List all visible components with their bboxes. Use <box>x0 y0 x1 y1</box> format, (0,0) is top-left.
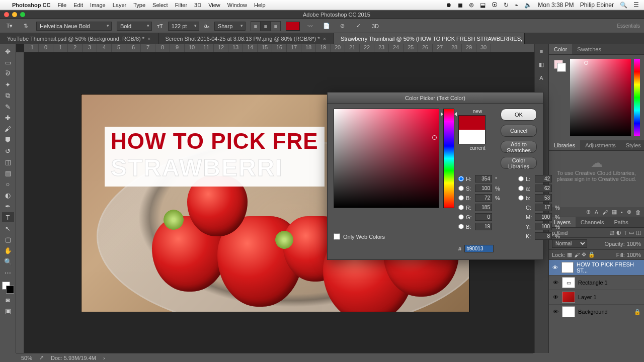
tab-paths[interactable]: Paths <box>609 217 633 227</box>
color-field[interactable] <box>570 59 631 136</box>
volume-icon[interactable]: 🔈 <box>524 2 532 9</box>
text-layer[interactable]: HOW TO PICK FRE STRAWBERRI <box>105 127 325 187</box>
k-input[interactable] <box>535 232 552 240</box>
layer-name[interactable]: Rectangle 1 <box>578 280 608 286</box>
add-swatches-button[interactable]: Add to Swatches <box>501 141 537 153</box>
lib-color-icon[interactable]: ▪ <box>621 209 623 215</box>
stop-icon[interactable]: ◼ <box>458 2 463 9</box>
bluetooth-icon[interactable]: ⌁ <box>515 2 518 9</box>
crop-tool-icon[interactable]: ⧉ <box>2 90 14 101</box>
wand-tool-icon[interactable]: ✦ <box>2 79 14 89</box>
antialias-dropdown[interactable]: Sharp <box>214 22 246 31</box>
tab-swatches[interactable]: Swatches <box>572 44 606 54</box>
tab-color[interactable]: Color <box>549 44 572 54</box>
cancel-edit-icon[interactable]: ⊘ <box>337 21 348 32</box>
eyedropper-tool-icon[interactable]: ✎ <box>2 102 14 112</box>
doc-size[interactable]: Doc: 5.93M/19.4M <box>51 355 96 361</box>
lib-text-icon[interactable]: A <box>595 209 598 215</box>
tool-preset-icon[interactable]: T▾ <box>4 21 15 32</box>
status-chevron-icon[interactable]: › <box>103 355 105 361</box>
warp-text-icon[interactable]: 〰 <box>305 21 316 32</box>
radio-bbl[interactable] <box>458 224 464 229</box>
stamp-tool-icon[interactable]: ⛊ <box>2 135 14 145</box>
close-tab-icon[interactable]: × <box>147 36 150 42</box>
radio-a[interactable] <box>518 186 524 191</box>
layer-row[interactable]: 👁 Layer 1 <box>549 290 644 305</box>
hue-slider[interactable] <box>443 109 454 208</box>
wifi-icon[interactable]: ⦿ <box>492 2 498 9</box>
tab-libraries[interactable]: Libraries <box>549 140 580 150</box>
menu-type[interactable]: Type <box>133 2 145 8</box>
radio-h[interactable] <box>458 176 464 182</box>
color-panel[interactable] <box>549 55 644 140</box>
text-color-swatch[interactable] <box>286 22 300 31</box>
character-panel-icon[interactable]: 📄 <box>321 21 332 32</box>
tab-adjustments[interactable]: Adjustments <box>580 140 621 150</box>
menu-3d[interactable]: 3D <box>194 2 201 8</box>
bv-input[interactable] <box>475 194 492 202</box>
3d-button[interactable]: 3D <box>369 21 381 32</box>
only-web-colors-checkbox[interactable] <box>334 233 340 240</box>
visibility-icon[interactable]: 👁 <box>552 294 559 300</box>
move-tool-icon[interactable]: ✥ <box>2 46 14 56</box>
radio-g[interactable] <box>458 214 464 220</box>
ok-button[interactable]: OK <box>501 109 537 121</box>
brush-tool-icon[interactable]: 🖌 <box>2 124 14 134</box>
tab-styles[interactable]: Styles <box>621 140 644 150</box>
layer-name[interactable]: Background <box>578 309 608 315</box>
font-weight-dropdown[interactable]: Bold <box>117 22 152 31</box>
layer-row[interactable]: 👁 T HOW TO PICK FRESH ST... <box>549 260 644 276</box>
hand-tool-icon[interactable]: ✋ <box>2 245 14 255</box>
zoom-tool-icon[interactable]: 🔍 <box>2 256 14 266</box>
healing-tool-icon[interactable]: ✚ <box>2 113 14 123</box>
menu-window[interactable]: Window <box>227 2 247 8</box>
zoom-level[interactable]: 50% <box>21 355 32 361</box>
close-window-icon[interactable] <box>4 12 9 17</box>
filter-image-icon[interactable]: ▧ <box>609 229 614 236</box>
l-input[interactable] <box>535 175 552 183</box>
layer-name[interactable]: Layer 1 <box>578 294 597 300</box>
user-name[interactable]: Philip Ebiner <box>580 2 614 9</box>
eraser-tool-icon[interactable]: ◫ <box>2 157 14 167</box>
lib-brush-icon[interactable]: 🖌 <box>602 209 608 215</box>
lib-cc-icon[interactable]: ⊚ <box>627 209 631 215</box>
filter-type-icon[interactable]: T <box>623 230 627 236</box>
spotlight-icon[interactable]: 🔍 <box>620 2 627 9</box>
y-input[interactable] <box>535 223 552 230</box>
path-select-tool-icon[interactable]: ↖ <box>2 223 14 233</box>
export-icon[interactable]: ↗ <box>39 354 44 361</box>
menu-edit[interactable]: Edit <box>73 2 83 8</box>
history-panel-icon[interactable]: ≡ <box>540 48 543 54</box>
menu-filter[interactable]: Filter <box>175 2 187 8</box>
visibility-icon[interactable]: 👁 <box>552 309 559 315</box>
align-right-icon[interactable]: ≡ <box>271 21 281 31</box>
menu-extras-icon[interactable]: ☰ <box>633 2 639 9</box>
rec-icon[interactable]: ⏺ <box>446 2 452 9</box>
document-tab[interactable]: Strawberry Thumbnail @ 50% (HOW TO PICK … <box>334 33 525 44</box>
layer-row[interactable]: 👁 ▭ Rectangle 1 <box>549 276 644 290</box>
cc-icon[interactable]: ⊚ <box>469 2 474 9</box>
hex-input[interactable] <box>464 245 494 252</box>
a-input[interactable] <box>535 185 552 192</box>
menu-view[interactable]: View <box>208 2 220 8</box>
saturation-value-field[interactable] <box>334 109 439 208</box>
properties-panel-icon[interactable]: ◧ <box>539 61 544 68</box>
cancel-button[interactable]: Cancel <box>501 125 537 137</box>
r-input[interactable] <box>475 204 492 211</box>
history-brush-tool-icon[interactable]: ↺ <box>2 146 14 156</box>
character-panel-icon[interactable]: A <box>539 75 543 81</box>
gradient-tool-icon[interactable]: ▤ <box>2 168 14 178</box>
dodge-tool-icon[interactable]: ◐ <box>2 190 14 200</box>
commit-edit-icon[interactable]: ✓ <box>353 21 364 32</box>
lock-pixels-icon[interactable]: 🖌 <box>574 252 580 258</box>
edit-toolbar-icon[interactable]: ⋯ <box>2 267 14 278</box>
font-size-dropdown[interactable]: 122 pt <box>168 22 199 31</box>
app-name[interactable]: Photoshop CC <box>12 2 50 8</box>
fill-value[interactable]: 100% <box>627 252 641 258</box>
new-current-swatch[interactable] <box>458 115 486 144</box>
pen-tool-icon[interactable]: ✒ <box>2 201 14 211</box>
minimize-window-icon[interactable] <box>12 12 17 17</box>
radio-b[interactable] <box>458 195 464 201</box>
foreground-background-colors[interactable] <box>2 282 14 294</box>
tab-layers[interactable]: Layers <box>549 217 576 227</box>
